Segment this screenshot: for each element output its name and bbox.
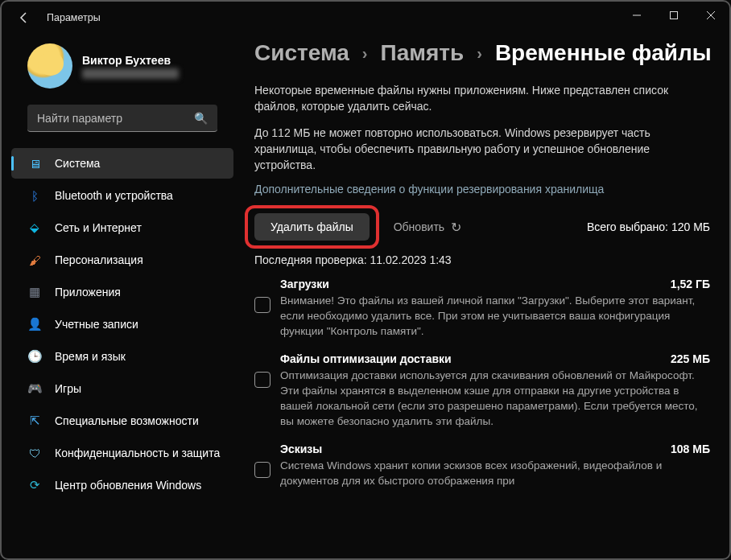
games-icon: 🎮 — [27, 381, 42, 396]
avatar — [27, 43, 72, 89]
time-icon: 🕒 — [27, 349, 42, 364]
item-description: Система Windows хранит копии эскизов все… — [280, 459, 710, 489]
system-icon: 🖥 — [27, 156, 42, 171]
sidebar-item-bluetooth[interactable]: ᛒBluetooth и устройства — [11, 180, 233, 211]
shield-icon: 🛡 — [27, 446, 42, 460]
breadcrumb-storage[interactable]: Память — [381, 40, 465, 66]
sidebar-item-label: Bluetooth и устройства — [55, 189, 173, 202]
temp-files-list: Загрузки1,52 ГБВнимание! Это файлы из ва… — [254, 278, 710, 488]
description-1: Некоторые временные файлы нужны приложен… — [254, 82, 710, 115]
refresh-button[interactable]: Обновить ↻ — [394, 220, 461, 235]
update-icon: ⟳ — [27, 478, 42, 492]
nav-list: 🖥СистемаᛒBluetooth и устройства⬙Сеть и И… — [6, 148, 238, 500]
sidebar-item-update[interactable]: ⟳Центр обновления Windows — [11, 470, 233, 500]
item-description: Оптимизация доставки используется для ск… — [280, 369, 710, 430]
description-2: До 112 МБ не может повторно использовать… — [254, 125, 710, 174]
search-box[interactable]: 🔍 — [27, 105, 217, 132]
temp-file-item: Эскизы108 МБСистема Windows хранит копии… — [254, 443, 710, 489]
svg-rect-1 — [671, 12, 678, 19]
item-title: Загрузки — [280, 278, 329, 290]
item-title: Эскизы — [280, 443, 322, 455]
bluetooth-icon: ᛒ — [27, 188, 42, 203]
account-icon: 👤 — [27, 317, 42, 331]
back-button[interactable] — [14, 8, 34, 27]
reserved-storage-link[interactable]: Дополнительные сведения о функции резерв… — [254, 183, 710, 196]
total-selected: Всего выбрано: 120 МБ — [587, 220, 710, 233]
checkbox[interactable] — [254, 372, 271, 388]
sidebar-item-label: Приложения — [55, 286, 121, 299]
search-icon: 🔍 — [194, 112, 208, 125]
sidebar-item-time[interactable]: 🕒Время и язык — [11, 341, 233, 372]
temp-file-item: Файлы оптимизации доставки225 МБОптимиза… — [254, 352, 710, 430]
chevron-right-icon: › — [477, 44, 482, 63]
item-size: 1,52 ГБ — [671, 278, 710, 290]
sidebar-item-brush[interactable]: 🖌Персонализация — [11, 245, 233, 275]
item-size: 225 МБ — [671, 352, 710, 365]
sidebar-item-label: Время и язык — [55, 350, 126, 363]
sidebar: Виктор Бухтеев 🔍 🖥СистемаᛒBluetooth и ус… — [2, 34, 243, 558]
item-description: Внимание! Это файлы из вашей личной папк… — [280, 294, 710, 340]
sidebar-item-games[interactable]: 🎮Игры — [11, 373, 233, 404]
sidebar-item-access[interactable]: ⇱Специальные возможности — [11, 406, 233, 436]
checkbox[interactable] — [254, 462, 271, 478]
sidebar-item-system[interactable]: 🖥Система — [11, 148, 233, 179]
apps-icon: ▦ — [27, 285, 42, 299]
brush-icon: 🖌 — [27, 253, 42, 267]
sidebar-item-shield[interactable]: 🛡Конфиденциальность и защита — [11, 438, 233, 468]
sidebar-item-label: Конфиденциальность и защита — [55, 447, 220, 459]
chevron-right-icon: › — [362, 44, 368, 63]
sidebar-item-account[interactable]: 👤Учетные записи — [11, 309, 233, 340]
wifi-icon: ⬙ — [27, 220, 42, 235]
close-button[interactable] — [692, 2, 729, 29]
user-email — [82, 68, 179, 79]
user-name: Виктор Бухтеев — [82, 54, 179, 67]
content-area: Система › Память › Временные файлы Некот… — [243, 34, 729, 558]
breadcrumb-system[interactable]: Система — [254, 40, 349, 66]
item-title: Файлы оптимизации доставки — [280, 352, 452, 365]
refresh-label: Обновить — [394, 220, 444, 233]
access-icon: ⇱ — [27, 414, 42, 428]
sidebar-item-label: Игры — [55, 382, 81, 395]
temp-file-item: Загрузки1,52 ГБВнимание! Это файлы из ва… — [254, 278, 710, 340]
breadcrumb-current: Временные файлы — [495, 40, 712, 66]
sidebar-item-label: Система — [55, 157, 100, 170]
checkbox[interactable] — [254, 297, 271, 313]
sidebar-item-wifi[interactable]: ⬙Сеть и Интернет — [11, 212, 233, 243]
user-profile[interactable]: Виктор Бухтеев — [6, 39, 238, 103]
window-title: Параметры — [47, 12, 101, 23]
sidebar-item-label: Сеть и Интернет — [55, 221, 142, 234]
item-size: 108 МБ — [671, 443, 710, 455]
search-input[interactable] — [37, 112, 194, 125]
highlight-annotation: Удалить файлы — [245, 205, 379, 249]
last-check: Последняя проверка: 11.02.2023 1:43 — [254, 253, 710, 266]
sidebar-item-label: Центр обновления Windows — [55, 479, 201, 492]
maximize-button[interactable] — [655, 2, 692, 29]
sidebar-item-apps[interactable]: ▦Приложения — [11, 277, 233, 307]
sidebar-item-label: Специальные возможности — [55, 414, 199, 427]
breadcrumb: Система › Память › Временные файлы — [254, 40, 710, 66]
minimize-button[interactable] — [618, 2, 655, 29]
delete-files-button[interactable]: Удалить файлы — [254, 213, 370, 241]
sidebar-item-label: Учетные записи — [55, 318, 138, 331]
refresh-icon: ↻ — [451, 220, 461, 235]
sidebar-item-label: Персонализация — [55, 253, 143, 266]
